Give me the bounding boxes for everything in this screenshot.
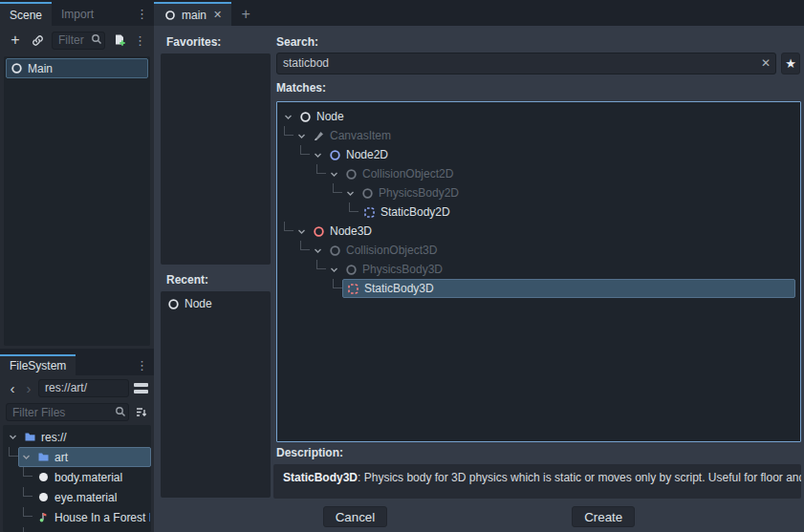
tree-item-eye-material[interactable]: eye.material	[5, 487, 151, 507]
tree-item-physicsbody2d[interactable]: PhysicsBody2D	[280, 183, 797, 202]
tree-item-node2d[interactable]: Node2D	[280, 145, 797, 164]
staticbody3d-icon	[346, 282, 359, 295]
chevron-down-icon[interactable]	[314, 246, 323, 255]
filesystem-menu-icon[interactable]: ⋮	[130, 358, 154, 372]
tree-item-cell[interactable]: StaticBody3D	[342, 279, 795, 298]
new-scene-tab-button[interactable]: +	[231, 2, 260, 26]
recent-list[interactable]: Node	[161, 291, 271, 498]
favorites-list[interactable]	[161, 53, 271, 265]
search-label: Search:	[276, 35, 318, 49]
tree-item-cell[interactable]: Node	[163, 294, 269, 313]
scene-dock-menu-icon[interactable]: ⋮	[130, 7, 154, 21]
tree-item-label: StaticBody3D	[364, 282, 434, 295]
tree-item-cell[interactable]: PhysicsBody2D	[342, 183, 795, 202]
tree-item-cell[interactable]: mob.glb	[33, 527, 151, 532]
tree-guide-line	[23, 527, 33, 532]
tree-item-physicsbody3d[interactable]: PhysicsBody3D	[280, 260, 797, 279]
node-icon	[298, 110, 312, 123]
tree-item-mob-glb[interactable]: mob.glb	[5, 527, 151, 532]
dialog-footer: Cancel Create	[154, 498, 804, 532]
staticbody2d-icon	[362, 205, 376, 219]
tree-item-collisionobject3d[interactable]: CollisionObject3D	[280, 241, 797, 260]
tree-item-cell[interactable]: PhysicsBody3D	[326, 260, 795, 279]
tree-item-label: res://	[41, 431, 67, 444]
tree-item-collisionobject2d[interactable]: CollisionObject2D	[280, 164, 797, 183]
tree-item-node[interactable]: Node	[163, 294, 269, 313]
tree-item-cell[interactable]: body.material	[33, 467, 151, 487]
filter-files-input[interactable]	[6, 403, 129, 421]
tree-item-cell[interactable]: CanvasItem	[293, 126, 795, 145]
tab-scene-label: Scene	[10, 9, 42, 22]
tree-item-cell[interactable]: art	[18, 447, 151, 467]
chevron-down-icon[interactable]	[284, 113, 293, 121]
matches-tree[interactable]: NodeCanvasItemNode2DCollisionObject2DPhy…	[276, 101, 801, 442]
scene-tree-menu-icon[interactable]: ⋮	[134, 33, 146, 48]
tree-item-cell[interactable]: Node	[280, 107, 795, 126]
tree-item-node3d[interactable]: Node3D	[280, 222, 797, 241]
tree-item-label: Node2D	[346, 148, 388, 161]
add-node-button[interactable]: +	[8, 32, 23, 48]
tree-item-res-[interactable]: res://	[5, 427, 151, 447]
tree-item-label: body.material	[54, 471, 122, 484]
chevron-down-icon[interactable]	[346, 189, 356, 198]
toggle-split-mode-icon[interactable]	[134, 383, 148, 394]
chevron-down-icon[interactable]	[314, 151, 323, 160]
tab-filesystem[interactable]: FileSystem	[0, 354, 76, 375]
tab-import[interactable]: Import	[52, 2, 103, 26]
node2d-icon	[328, 148, 341, 161]
tree-item-house-in-a-forest-lo[interactable]: House In a Forest Lo	[5, 507, 151, 527]
tree-item-cell[interactable]: CollisionObject2D	[326, 164, 795, 183]
chevron-down-icon[interactable]	[330, 266, 339, 274]
cancel-button[interactable]: Cancel	[323, 506, 388, 527]
favorite-toggle-button[interactable]: ★	[781, 53, 800, 74]
tree-item-node[interactable]: Node	[280, 107, 797, 126]
file-sort-icon[interactable]	[133, 405, 148, 420]
tree-item-label: Node3D	[330, 224, 372, 238]
tab-scene[interactable]: Scene	[0, 2, 52, 26]
tree-item-cell[interactable]: eye.material	[33, 487, 151, 507]
tree-item-main[interactable]: Main	[6, 58, 148, 78]
tab-main-label: main	[182, 9, 206, 22]
tree-item-staticbody3d[interactable]: StaticBody3D	[280, 279, 797, 298]
tree-item-staticbody2d[interactable]: StaticBody2D	[280, 202, 797, 222]
nav-forward-icon[interactable]: ›	[22, 380, 35, 396]
tree-item-cell[interactable]: res://	[5, 427, 151, 447]
filesystem-tabbar: FileSystem ⋮	[0, 354, 154, 375]
tree-item-cell[interactable]: House In a Forest Lo	[33, 507, 151, 527]
tree-guide-line	[284, 222, 293, 231]
tree-item-cell[interactable]: StaticBody2D	[359, 202, 795, 222]
search-input[interactable]	[276, 53, 776, 74]
tab-main-scene[interactable]: main ✕	[154, 2, 231, 26]
folder-icon	[36, 451, 50, 464]
chevron-down-icon[interactable]	[9, 433, 18, 441]
tree-item-cell[interactable]: CollisionObject3D	[310, 241, 795, 260]
tree-item-label: eye.material	[54, 491, 117, 504]
chevron-down-icon[interactable]	[22, 453, 32, 461]
material-icon	[36, 471, 50, 484]
tree-item-body-material[interactable]: body.material	[5, 467, 151, 487]
filesystem-path-input[interactable]	[38, 379, 129, 397]
tree-item-cell[interactable]: Node3D	[293, 222, 795, 241]
close-tab-icon[interactable]: ✕	[213, 9, 222, 21]
scene-tree[interactable]: Main	[4, 56, 150, 346]
attach-script-icon[interactable]	[112, 32, 127, 48]
filesystem-tree[interactable]: res://artbody.materialeye.materialHouse …	[3, 425, 151, 532]
chevron-down-icon[interactable]	[297, 227, 307, 236]
tree-item-cell[interactable]: Node2D	[310, 145, 795, 164]
chevron-down-icon[interactable]	[297, 132, 307, 140]
tabbar-spacer	[76, 354, 130, 375]
tree-item-art[interactable]: art	[5, 447, 151, 467]
nav-back-icon[interactable]: ‹	[6, 380, 19, 396]
node-gray-icon	[328, 244, 341, 257]
node3d-icon	[312, 224, 325, 238]
scene-dock-tabbar: Scene Import ⋮	[0, 0, 154, 26]
tree-item-canvasitem[interactable]: CanvasItem	[280, 126, 797, 145]
scene-tabstrip: main ✕ +	[154, 0, 804, 26]
tree-item-label: Node	[316, 110, 344, 123]
create-button[interactable]: Create	[572, 506, 635, 527]
chevron-down-icon[interactable]	[330, 170, 339, 179]
instance-scene-link-icon[interactable]	[30, 32, 45, 48]
tree-item-cell[interactable]: Main	[6, 58, 148, 78]
tree-item-label: art	[54, 451, 68, 464]
clear-search-icon[interactable]: ✕	[761, 56, 771, 70]
